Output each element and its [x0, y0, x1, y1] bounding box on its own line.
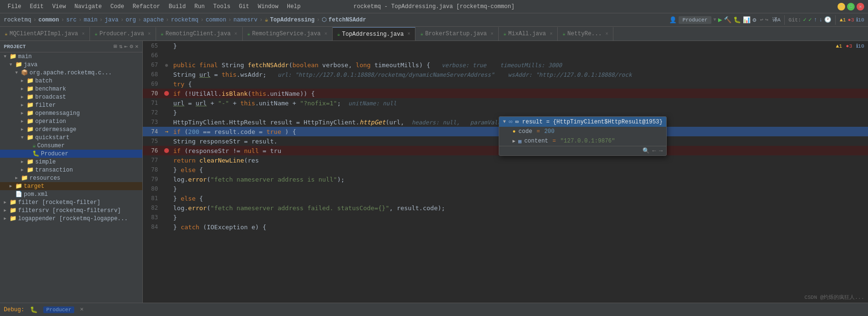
close-tab-remotingclient[interactable]: ×: [235, 31, 237, 37]
warning-count[interactable]: ▲1: [839, 17, 846, 23]
close-tab-mqclientapiimpl[interactable]: ×: [82, 31, 85, 37]
debug-icon[interactable]: 🐛: [733, 16, 741, 24]
tree-consumer[interactable]: ▶ ☕ Consumer: [0, 142, 142, 150]
bc-apache[interactable]: apache: [143, 17, 164, 23]
run-button[interactable]: ▶: [718, 16, 722, 24]
tree-org[interactable]: ▼ 📦 org.apache.rocketmq.c...: [0, 69, 142, 77]
tree-filter[interactable]: ▶ 📁 filter: [0, 101, 142, 109]
close-tab-remotingservice[interactable]: ×: [325, 31, 327, 37]
menu-build[interactable]: Build: [165, 2, 189, 11]
popup-code-row[interactable]: ● code = 200: [499, 127, 666, 136]
menu-navigate[interactable]: Navigate: [70, 2, 106, 11]
git-push-icon[interactable]: ↑: [814, 17, 817, 23]
dropdown-arrow-icon[interactable]: ▼: [713, 17, 716, 22]
popup-nav-back[interactable]: ←: [652, 147, 656, 154]
close-button[interactable]: ✕: [857, 3, 864, 10]
bc-common[interactable]: common: [39, 17, 59, 23]
debug-producer-badge[interactable]: Producer: [43, 306, 74, 313]
tree-openmessaging[interactable]: ▶ 📁 openmessaging: [0, 109, 142, 117]
tab-brokerstartup[interactable]: ☕ BrokerStartup.java ×: [415, 27, 499, 41]
bc-rocketmq2[interactable]: rocketmq: [171, 17, 198, 23]
tree-target[interactable]: ▶ 📁 target: [0, 182, 142, 190]
profile-icon[interactable]: 👤: [669, 16, 677, 24]
bc-topaddressing[interactable]: TopAddressing: [270, 17, 315, 23]
tree-operation[interactable]: ▶ 📁 operation: [0, 117, 142, 125]
menu-help[interactable]: Help: [283, 2, 305, 11]
tree-logappender-module[interactable]: ▶ 📁 logappender [rocketmq-logappe...: [0, 214, 142, 223]
breakpoint-76[interactable]: [164, 148, 169, 153]
git-check-icon[interactable]: ✓: [803, 16, 807, 23]
menu-run[interactable]: Run: [190, 2, 208, 11]
tree-java[interactable]: ▼ 📁 java: [0, 61, 142, 69]
popup-content-expand-arrow[interactable]: ▶: [513, 138, 515, 144]
bc-common2[interactable]: common: [206, 17, 226, 23]
translation-icon[interactable]: 译A: [772, 16, 781, 23]
bc-rocketmq[interactable]: rocketmq: [4, 17, 31, 23]
tree-filter-module[interactable]: ▶ 📁 filter [rocketmq-filter]: [0, 198, 142, 206]
tree-transaction[interactable]: ▶ 📁 transaction: [0, 166, 142, 174]
error-indicator[interactable]: ●3: [846, 43, 852, 49]
close-tab-mixall[interactable]: ×: [550, 31, 552, 37]
coverage-icon[interactable]: 📊: [743, 16, 750, 24]
tree-quickstart[interactable]: ▼ 📁 quickstart: [0, 133, 142, 142]
maximize-button[interactable]: □: [847, 3, 855, 10]
tab-topaddressing[interactable]: ☕ TopAddressing.java ×: [333, 27, 416, 41]
bc-fetchnsaddr[interactable]: fetchNSAddr: [328, 17, 366, 23]
tab-mqclientapiimpl[interactable]: ☕ MQClientAPIImpl.java ×: [0, 27, 90, 41]
git-branch-icon[interactable]: ✓: [809, 16, 812, 23]
breakpoint-70[interactable]: [164, 91, 169, 96]
build-icon[interactable]: 🔨: [724, 16, 731, 24]
bc-java[interactable]: java: [105, 17, 118, 23]
git-pull-icon[interactable]: ↓: [819, 17, 822, 23]
undo-icon[interactable]: ↩: [760, 17, 763, 23]
tree-main[interactable]: ▼ 📁 main: [0, 52, 142, 61]
tab-producer[interactable]: ☕ Producer.java ×: [90, 27, 156, 41]
info-count[interactable]: ℹ10: [856, 17, 864, 23]
sidebar-layout-icon[interactable]: ⊞: [114, 43, 117, 50]
bc-namesrv[interactable]: namesrv: [234, 17, 257, 23]
tree-filtersrv-module[interactable]: ▶ 📁 filtersrv [rocketmq-filtersrv]: [0, 206, 142, 214]
error-count[interactable]: ●3: [848, 17, 854, 23]
warning-indicator[interactable]: ▲1: [836, 43, 842, 49]
tree-producer[interactable]: ▶ 🐛 Producer: [0, 150, 142, 158]
popup-content-row[interactable]: ▶ ▦ content = "127.0.0.1:9876": [499, 136, 666, 146]
tab-remotingservice[interactable]: ☕ RemotingService.java ×: [243, 27, 333, 41]
close-tab-producer[interactable]: ×: [148, 31, 151, 37]
popup-title-row[interactable]: ▼ ∞ ∞ result = {HttpTinyClient$HttpResul…: [499, 117, 666, 127]
code-editor[interactable]: 65 } 66 67 ● public final String fetchNS…: [143, 41, 868, 303]
sidebar-collapse-icon[interactable]: ⇤: [124, 43, 128, 50]
menu-view[interactable]: View: [49, 2, 70, 11]
tab-remotingclient[interactable]: ☕ RemotingClient.java ×: [156, 27, 243, 41]
sidebar-close-icon[interactable]: ✕: [135, 43, 138, 50]
menu-edit[interactable]: Edit: [26, 2, 48, 11]
close-tab-topaddressing[interactable]: ×: [407, 31, 410, 37]
info-indicator[interactable]: ℹ10: [856, 43, 864, 49]
tree-ordermessage[interactable]: ▶ 📁 ordermessage: [0, 125, 142, 133]
minimize-button[interactable]: ─: [838, 3, 845, 10]
bc-main[interactable]: main: [84, 17, 98, 23]
debug-close-btn[interactable]: ×: [80, 306, 84, 313]
menu-code[interactable]: Code: [107, 2, 128, 11]
menu-git[interactable]: Git: [235, 2, 253, 11]
menu-file[interactable]: File: [4, 2, 25, 11]
close-tab-brokerstartup[interactable]: ×: [491, 31, 493, 37]
sidebar-settings-icon[interactable]: ⚙: [130, 43, 133, 50]
tree-broadcast[interactable]: ▶ 📁 broadcast: [0, 93, 142, 101]
popup-collapse-arrow[interactable]: ▼: [503, 119, 506, 124]
tree-resources[interactable]: ▶ 📁 resources: [0, 174, 142, 182]
tree-batch[interactable]: ▶ 📁 batch: [0, 77, 142, 85]
bc-src[interactable]: src: [66, 17, 77, 23]
menu-tools[interactable]: Tools: [209, 2, 234, 11]
bc-org[interactable]: org: [126, 17, 136, 23]
tree-pom[interactable]: ▶ 📄 pom.xml: [0, 190, 142, 198]
menu-window[interactable]: Window: [254, 2, 282, 11]
tab-nettyre[interactable]: ☕ NettyRe... ×: [558, 27, 613, 41]
producer-dropdown[interactable]: Producer: [679, 16, 711, 24]
tab-mixall[interactable]: ☕ MixAll.java ×: [499, 27, 558, 41]
run-config-icon[interactable]: ⚙: [752, 16, 756, 24]
tree-simple[interactable]: ▶ 📁 simple: [0, 158, 142, 166]
tree-benchmark[interactable]: ▶ 📁 benchmark: [0, 85, 142, 93]
redo-icon[interactable]: ↪: [765, 17, 769, 23]
close-tab-nettyre[interactable]: ×: [605, 31, 608, 37]
menu-refactor[interactable]: Refactor: [129, 2, 164, 11]
